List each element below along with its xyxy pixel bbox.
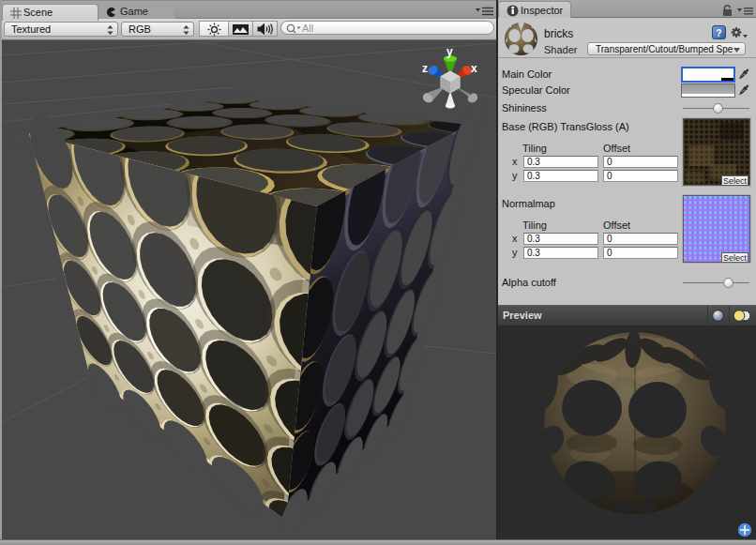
svg-text:z: z xyxy=(422,62,428,75)
svg-text:y: y xyxy=(446,45,453,58)
svg-text:x: x xyxy=(471,62,477,75)
svg-text:?: ? xyxy=(716,28,721,38)
